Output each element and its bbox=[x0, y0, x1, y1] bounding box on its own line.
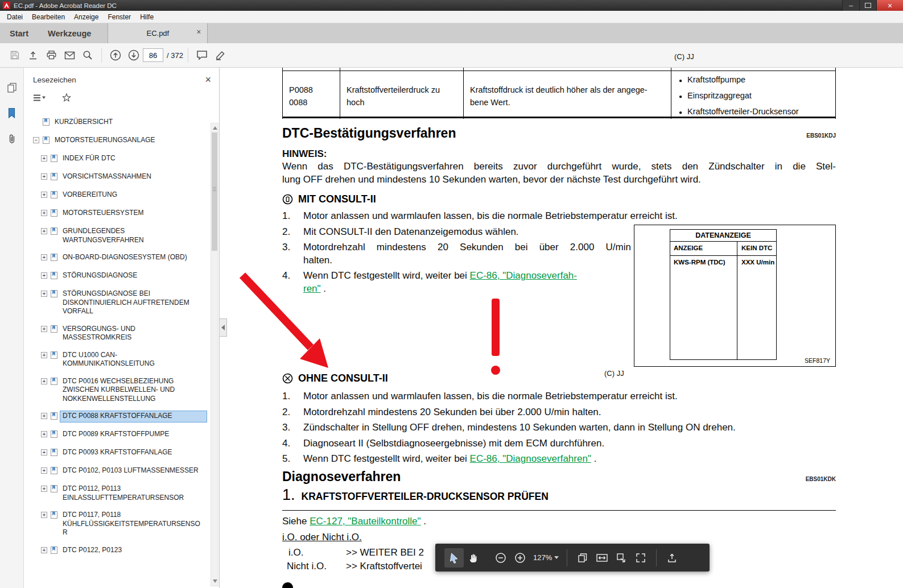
share-button[interactable] bbox=[662, 548, 682, 568]
bookmark-item[interactable]: + STÖRUNGSDIAGNOSE bbox=[33, 271, 207, 282]
panel-close-icon[interactable]: × bbox=[205, 74, 211, 85]
bookmark-item[interactable]: + DTC U1000 CAN-KOMMUNIKATIONSLEITUNG bbox=[33, 350, 207, 370]
bookmark-expander-icon[interactable]: + bbox=[41, 467, 47, 474]
bookmark-label[interactable]: DTC P0112, P0113 EINLASSLUFTTEMPERATURSE… bbox=[60, 484, 204, 503]
link-ec-127[interactable]: EC-127, "Bauteilkontrolle" bbox=[310, 516, 420, 527]
bookmark-expander-icon[interactable]: + bbox=[41, 272, 47, 279]
bookmark-item[interactable]: + MOTORSTEUERSYSTEM bbox=[33, 208, 207, 220]
email-button[interactable] bbox=[60, 46, 79, 64]
scroll-up-icon[interactable] bbox=[213, 126, 217, 130]
minimize-button[interactable]: – bbox=[842, 0, 859, 11]
close-button[interactable]: × bbox=[876, 0, 903, 11]
bookmark-expander-icon[interactable]: + bbox=[41, 378, 47, 384]
scroll-down-icon[interactable] bbox=[213, 579, 217, 583]
bookmark-item[interactable]: + VERSORGUNGS- UND MASSESTROMKREIS bbox=[33, 324, 207, 343]
exclamation-annotation[interactable] bbox=[487, 296, 506, 382]
bookmark-options-button[interactable] bbox=[33, 94, 46, 104]
page-number-input[interactable] bbox=[143, 48, 163, 62]
next-page-button[interactable] bbox=[125, 46, 143, 64]
bookmark-expander-icon[interactable]: + bbox=[41, 228, 47, 234]
link-ec-86[interactable]: ren" bbox=[303, 283, 321, 294]
bookmark-label[interactable]: DTC P0122, P0123 bbox=[60, 545, 124, 556]
bookmark-item[interactable]: + DTC P0016 WECHSELBEZIEHUNG ZWISCHEN KU… bbox=[33, 376, 207, 405]
bookmark-label[interactable]: MOTORSTEUERSYSTEM bbox=[60, 208, 146, 219]
tab-werkzeuge[interactable]: Werkzeuge bbox=[38, 23, 101, 43]
export-button[interactable] bbox=[612, 548, 631, 568]
bookmark-expander-icon[interactable]: + bbox=[41, 547, 47, 553]
bookmark-item[interactable]: KURZÜBERSICHT bbox=[33, 117, 207, 129]
bookmark-item[interactable]: + STÖRUNGSDIAGNOSE BEI DISKONTINUIERLICH… bbox=[33, 289, 207, 317]
bookmark-label[interactable]: STÖRUNGSDIAGNOSE BEI DISKONTINUIERLICH A… bbox=[60, 289, 204, 317]
bookmark-expander-icon[interactable]: + bbox=[41, 192, 47, 198]
bookmark-label[interactable]: DTC P0089 KRAFTSTOFFPUMPE bbox=[60, 429, 171, 440]
menu-anzeige[interactable]: Anzeige bbox=[69, 11, 103, 23]
tab-document[interactable]: EC.pdf × bbox=[108, 23, 208, 43]
bookmark-label[interactable]: DTC P0102, P0103 LUFTMASSENMESSER bbox=[60, 466, 201, 477]
tab-close-icon[interactable]: × bbox=[196, 28, 201, 36]
expand-current-bookmark-button[interactable] bbox=[62, 93, 71, 105]
attachments-panel-button[interactable] bbox=[5, 131, 19, 146]
bookmark-expander-icon[interactable]: + bbox=[41, 352, 47, 358]
bookmark-expander-icon[interactable]: + bbox=[41, 326, 47, 332]
bookmark-label[interactable]: DTC U1000 CAN-KOMMUNIKATIONSLEITUNG bbox=[60, 350, 204, 370]
bookmark-expander-icon[interactable]: + bbox=[41, 254, 47, 260]
bookmark-item[interactable]: + DTC P0093 KRAFTSTOFFANLAGE bbox=[33, 448, 207, 459]
upload-button[interactable] bbox=[24, 46, 42, 64]
print-button[interactable] bbox=[42, 46, 60, 64]
bookmark-item[interactable]: + INDEX FÜR DTC bbox=[33, 154, 207, 165]
zoom-in-button[interactable] bbox=[510, 548, 530, 568]
bookmark-label[interactable]: DTC P0088 KRAFTSTOFFANLAGE bbox=[60, 411, 207, 422]
bookmark-label[interactable]: KURZÜBERSICHT bbox=[52, 117, 115, 128]
bookmark-item[interactable]: + DTC P0089 KRAFTSTOFFPUMPE bbox=[33, 429, 207, 441]
bookmark-expander-icon[interactable]: + bbox=[41, 486, 47, 492]
select-tool-button[interactable] bbox=[444, 548, 464, 568]
link-ec-86[interactable]: EC-86, "Diagnoseverfahren" bbox=[470, 453, 591, 464]
menu-bearbeiten[interactable]: Bearbeiten bbox=[27, 11, 69, 23]
menu-fenster[interactable]: Fenster bbox=[103, 11, 135, 23]
bookmark-item[interactable]: + ON-BOARD-DIAGNOSESYSTEM (OBD) bbox=[33, 252, 207, 264]
bookmark-item[interactable]: + VORBEREITUNG bbox=[33, 190, 207, 201]
previous-page-button[interactable] bbox=[106, 46, 125, 64]
bookmark-expander-icon[interactable]: + bbox=[41, 210, 47, 216]
bookmark-expander-icon[interactable]: + bbox=[41, 155, 47, 162]
bookmark-label[interactable]: INDEX FÜR DTC bbox=[60, 154, 118, 164]
bookmark-label[interactable]: ON-BOARD-DIAGNOSESYSTEM (OBD) bbox=[60, 252, 189, 263]
bookmark-item[interactable]: + GRUNDLEGENDES WARTUNGSVERFAHREN bbox=[33, 226, 207, 246]
menu-hilfe[interactable]: Hilfe bbox=[135, 11, 158, 23]
bookmark-expander-icon[interactable]: + bbox=[41, 512, 47, 518]
bookmark-item[interactable]: + DTC P0088 KRAFTSTOFFANLAGE bbox=[33, 411, 207, 423]
hand-tool-button[interactable] bbox=[464, 548, 483, 568]
bookmark-label[interactable]: VORSICHTSMASSNAHMEN bbox=[60, 172, 154, 183]
bookmark-expander-icon[interactable]: − bbox=[33, 137, 39, 143]
fit-width-button[interactable] bbox=[592, 548, 612, 568]
bookmark-label[interactable]: DTC P0093 KRAFTSTOFFANLAGE bbox=[60, 448, 175, 458]
bookmark-label[interactable]: VORBEREITUNG bbox=[60, 190, 119, 201]
page-thumbnails-button[interactable] bbox=[5, 80, 19, 95]
panel-scrollbar[interactable] bbox=[211, 123, 218, 586]
zoom-dropdown-icon[interactable] bbox=[554, 556, 559, 559]
maximize-button[interactable] bbox=[859, 0, 876, 11]
panel-collapse-handle[interactable] bbox=[220, 318, 227, 337]
bookmark-label[interactable]: DTC P0016 WECHSELBEZIEHUNG ZWISCHEN KURB… bbox=[60, 376, 204, 405]
bookmark-item[interactable]: + DTC P0102, P0103 LUFTMASSENMESSER bbox=[33, 466, 207, 477]
bookmark-expander-icon[interactable]: + bbox=[41, 431, 47, 437]
bookmark-item[interactable]: + DTC P0122, P0123 bbox=[33, 545, 207, 557]
fullscreen-button[interactable] bbox=[631, 548, 650, 568]
bookmark-label[interactable]: STÖRUNGSDIAGNOSE bbox=[60, 271, 139, 281]
bookmark-expander-icon[interactable]: + bbox=[41, 173, 47, 180]
tab-start[interactable]: Start bbox=[0, 23, 38, 43]
bookmark-item[interactable]: − MOTORSTEUERUNGSANLAGE bbox=[33, 135, 207, 147]
highlight-button[interactable] bbox=[211, 46, 229, 64]
zoom-level-value[interactable]: 127% bbox=[533, 553, 552, 562]
bookmark-label[interactable]: MOTORSTEUERUNGSANLAGE bbox=[52, 135, 157, 146]
page-view-button[interactable] bbox=[573, 548, 592, 568]
scrollbar-thumb[interactable] bbox=[212, 132, 217, 251]
bookmark-label[interactable]: GRUNDLEGENDES WARTUNGSVERFAHREN bbox=[60, 226, 204, 246]
bookmark-label[interactable]: VERSORGUNGS- UND MASSESTROMKREIS bbox=[60, 324, 204, 343]
document-viewport[interactable]: P0088 0088 Kraftstoffverteilerdruck zu h… bbox=[220, 68, 903, 588]
save-button[interactable] bbox=[6, 46, 24, 64]
bookmarks-panel-button[interactable] bbox=[5, 106, 19, 121]
bookmark-item[interactable]: + DTC P0117, P0118 KÜHLFLÜSSIGKEITSTEMPE… bbox=[33, 510, 207, 539]
link-ec-86[interactable]: EC-86, "Diagnoseverfah- bbox=[470, 270, 577, 281]
bookmark-label[interactable]: DTC P0117, P0118 KÜHLFLÜSSIGKEITSTEMPERA… bbox=[60, 510, 204, 539]
